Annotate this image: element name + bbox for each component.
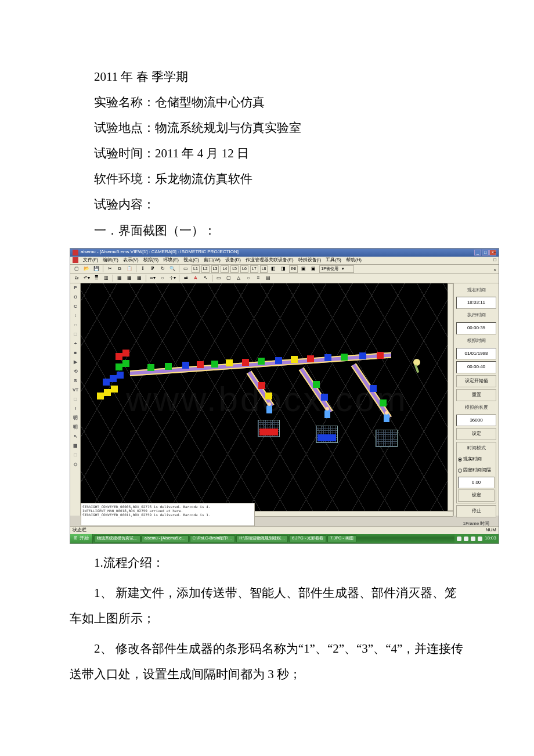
save-icon[interactable]: 💾: [92, 265, 100, 273]
reset-button[interactable]: 重置: [456, 389, 496, 401]
zoom-icon[interactable]: 🔍: [168, 265, 176, 273]
ltool-horiz[interactable]: ↔: [71, 322, 80, 330]
ltool-fill[interactable]: ■: [71, 350, 80, 358]
box-icon[interactable]: ▭: [182, 265, 190, 273]
layer-l5[interactable]: L5: [230, 265, 239, 273]
layer-icon[interactable]: ≣: [92, 275, 100, 282]
shape-tri-icon[interactable]: △: [234, 275, 243, 282]
set-len-button[interactable]: 设定: [456, 428, 496, 440]
mode-set-button[interactable]: 设定: [458, 489, 495, 502]
layer-l7[interactable]: L7: [250, 265, 258, 273]
menu-window[interactable]: 窗口(W): [204, 255, 221, 265]
flag-icon[interactable]: ▣: [300, 265, 308, 273]
mode-val[interactable]: 0.00: [458, 477, 495, 489]
shape-chart-icon[interactable]: ▤: [264, 275, 272, 282]
grid3-icon[interactable]: ▦: [135, 275, 143, 282]
ltool-vt[interactable]: VT: [71, 387, 80, 395]
taskbar-item[interactable]: 物流系统建模仿真试…: [94, 535, 140, 542]
ltool-play[interactable]: ▶: [71, 359, 80, 367]
minimize-button[interactable]: _: [474, 250, 481, 255]
wall-icon[interactable]: ▥: [102, 275, 110, 282]
new-icon[interactable]: ▢: [73, 265, 81, 273]
copy-icon[interactable]: ⧉: [116, 265, 124, 273]
menu-help[interactable]: 帮助(H): [346, 255, 362, 265]
ltool-rect[interactable]: □: [71, 331, 80, 339]
paste-icon[interactable]: 📋: [125, 265, 134, 273]
ltool-vert[interactable]: ↕: [71, 312, 80, 321]
tray-icon[interactable]: [478, 537, 482, 541]
mode-fixed-radio[interactable]: 固定时间间隔: [458, 466, 495, 476]
info-icon[interactable]: I: [139, 265, 147, 273]
ltool-p[interactable]: P: [71, 285, 80, 293]
shape-box-icon[interactable]: ▢: [225, 275, 233, 282]
taskbar-item[interactable]: H:\压缩波物流规划建模…: [236, 535, 288, 542]
ltool-plus[interactable]: +: [71, 340, 80, 348]
layer-l4[interactable]: L4: [221, 265, 229, 273]
para-icon[interactable]: P: [149, 265, 157, 273]
ltool-sq[interactable]: □: [71, 452, 80, 460]
undo-icon[interactable]: ↶▾: [82, 275, 91, 282]
shape-list-icon[interactable]: ≡: [254, 275, 262, 282]
cut-icon[interactable]: ✂: [106, 265, 114, 273]
mdi-close-button[interactable]: ×: [493, 265, 496, 275]
ltool-box2[interactable]: □: [71, 396, 80, 404]
grid1-icon[interactable]: ▦: [116, 275, 124, 282]
start-button[interactable]: ⊞ 开始: [70, 534, 93, 543]
mdi-maximize-button[interactable]: □: [493, 255, 496, 265]
ip-used-dropdown[interactable]: 1P被使用▾: [319, 265, 354, 273]
scrollbar-vertical[interactable]: [448, 283, 453, 511]
open-icon[interactable]: 📂: [82, 265, 91, 273]
rotate-icon[interactable]: ↻: [158, 265, 167, 273]
ini-button[interactable]: INI: [289, 265, 298, 273]
ltool-cn2[interactable]: 明: [71, 424, 80, 432]
snap-icon[interactable]: ⊹▾: [168, 275, 176, 282]
tray-icon[interactable]: [457, 537, 461, 541]
shape-circ-icon[interactable]: ○: [244, 275, 252, 282]
mdi-minimize-button[interactable]: _: [493, 248, 496, 255]
shape-rect-icon[interactable]: ▭: [215, 275, 223, 282]
taskbar-item[interactable]: C:\RaLC-Brain程序\…: [190, 535, 235, 542]
layer-l6[interactable]: L6: [240, 265, 248, 273]
ltool-s[interactable]: S: [71, 377, 80, 386]
len-value[interactable]: 36000: [456, 415, 496, 427]
ltool-cn1[interactable]: 明: [71, 415, 80, 423]
box-branch: [313, 381, 320, 388]
link-icon[interactable]: ∞▾: [149, 275, 157, 282]
box-branch: [380, 399, 387, 406]
layer-l3[interactable]: L3: [211, 265, 219, 273]
taskbar-item[interactable]: aisemu - [Aisemu5.e…: [142, 535, 189, 542]
text-icon[interactable]: A: [192, 275, 200, 282]
ltool-arrow[interactable]: ↖: [71, 433, 80, 441]
set-start-button[interactable]: 设定开始值: [456, 375, 496, 387]
view-icon[interactable]: 🗂: [73, 275, 81, 282]
layer-l2[interactable]: L2: [201, 265, 210, 273]
taskbar-item[interactable]: 6.JPG - 光影看看: [289, 535, 326, 542]
ltool-grid[interactable]: ▦: [71, 442, 80, 451]
menu-device[interactable]: 设备(D): [225, 255, 241, 265]
tray-icon[interactable]: [471, 537, 475, 541]
ltool-refresh[interactable]: ⟲: [71, 368, 80, 376]
menu-jobmgr[interactable]: 作业管理器关联设备(E): [246, 255, 294, 265]
viewport-3d[interactable]: www.bdocx.com: [81, 283, 453, 516]
grid2-icon[interactable]: ▦: [125, 275, 134, 282]
stop-button[interactable]: 停止: [456, 505, 496, 517]
layer-l1[interactable]: L1: [192, 265, 200, 273]
loc-line: 试验地点：物流系统规划与仿真实验室: [70, 115, 464, 141]
toggle-b-icon[interactable]: ◨: [279, 265, 287, 273]
menu-tools[interactable]: 工具(S): [326, 255, 341, 265]
tray-icon[interactable]: [464, 537, 468, 541]
ltool-c[interactable]: C: [71, 303, 80, 311]
measure-icon[interactable]: ⇄: [182, 275, 190, 282]
ltool-diamond[interactable]: ◇: [71, 461, 80, 469]
maximize-button[interactable]: □: [482, 250, 489, 255]
ltool-line[interactable]: /: [71, 405, 80, 413]
flag2-icon[interactable]: ▣: [309, 265, 317, 273]
mode-real-radio[interactable]: 现实时间: [458, 455, 495, 465]
ltool-o[interactable]: O: [71, 294, 80, 302]
circle-icon[interactable]: ○: [158, 275, 167, 282]
layer-l8[interactable]: L8: [260, 265, 268, 273]
system-tray[interactable]: 18:03: [454, 534, 499, 543]
taskbar-item[interactable]: 7.JPG - 画图: [327, 535, 356, 542]
toggle-a-icon[interactable]: ◧: [269, 265, 277, 273]
select-icon[interactable]: ↖: [201, 275, 210, 282]
